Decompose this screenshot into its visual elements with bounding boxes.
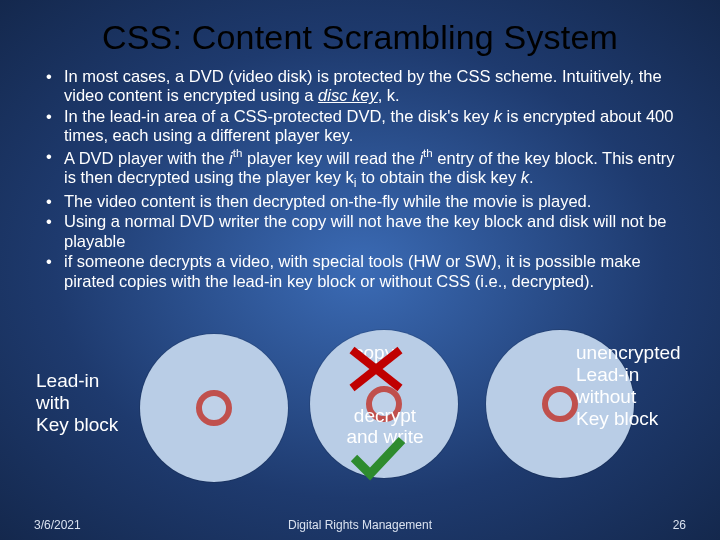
footer-page-number: 26: [673, 518, 686, 532]
list-item: A DVD player with the ith player key wil…: [40, 147, 680, 191]
bullet-text: .: [529, 168, 534, 186]
bullet-text: A DVD player with the: [64, 148, 229, 166]
bullet-text: The video content is then decrypted on-t…: [64, 192, 591, 210]
diagram: Lead-in with Key block unencrypted Lead-…: [0, 328, 720, 498]
disc-hub: [542, 386, 578, 422]
label-line: unencrypted: [576, 342, 681, 363]
label-line: without: [576, 386, 636, 407]
footer-date: 3/6/2021: [34, 518, 81, 532]
label-line: Key block: [36, 414, 118, 435]
page-title: CSS: Content Scrambling System: [34, 18, 686, 57]
bullet-text: , k.: [378, 86, 400, 104]
bullet-text: Using a normal DVD writer the copy will …: [64, 212, 667, 249]
label-line: with: [36, 392, 70, 413]
variable-k: k: [521, 168, 529, 186]
label-line: Key block: [576, 408, 658, 429]
label-line: Lead-in: [36, 370, 99, 391]
disc-key-term: disc key: [318, 86, 378, 104]
bullet-text: to obtain the disk key: [357, 168, 521, 186]
bullet-text: if someone decrypts a video, with specia…: [64, 252, 641, 289]
slide-footer: 3/6/2021 Digital Rights Management 26: [0, 518, 720, 532]
variable-k: k: [494, 107, 502, 125]
bullet-list: In most cases, a DVD (video disk) is pro…: [34, 67, 686, 291]
ordinal-th: th: [233, 147, 243, 159]
disc-hub: [196, 390, 232, 426]
cross-icon: [346, 344, 406, 394]
list-item: In the lead-in area of a CSS-protected D…: [40, 107, 680, 146]
slide: CSS: Content Scrambling System In most c…: [0, 0, 720, 540]
disc-source: [140, 334, 288, 482]
label-line: decrypt: [354, 405, 416, 426]
check-icon: [348, 434, 408, 482]
list-item: if someone decrypts a video, with specia…: [40, 252, 680, 291]
label-line: Lead-in: [576, 364, 639, 385]
label-unencrypted-leadin: unencrypted Lead-in without Key block: [576, 342, 716, 429]
ordinal-th: th: [423, 147, 433, 159]
bullet-text: player key will read the: [242, 148, 419, 166]
list-item: In most cases, a DVD (video disk) is pro…: [40, 67, 680, 106]
bullet-text: In the lead-in area of a CSS-protected D…: [64, 107, 494, 125]
footer-title: Digital Rights Management: [288, 518, 432, 532]
list-item: Using a normal DVD writer the copy will …: [40, 212, 680, 251]
label-leadin-with-keyblock: Lead-in with Key block: [36, 370, 146, 436]
list-item: The video content is then decrypted on-t…: [40, 192, 680, 211]
